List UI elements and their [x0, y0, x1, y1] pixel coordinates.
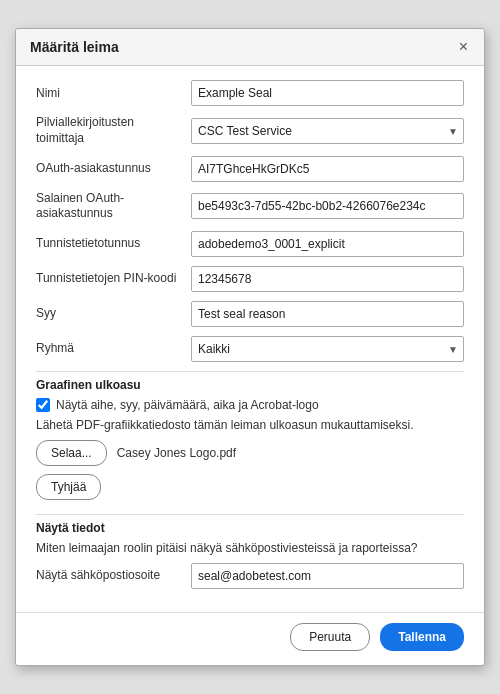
tunnus-label: Tunnistetietotunnus: [36, 236, 191, 252]
pin-row: Tunnistetietojen PIN-koodi: [36, 266, 464, 292]
cancel-button[interactable]: Peruuta: [290, 623, 370, 651]
pilvi-select[interactable]: CSC Test Service: [191, 118, 464, 144]
dialog-header: Määritä leima ×: [16, 29, 484, 66]
oauth-row: OAuth-asiakastunnus: [36, 156, 464, 182]
close-button[interactable]: ×: [457, 39, 470, 55]
pilvi-row: Pilviallekirjoitusten toimittaja CSC Tes…: [36, 115, 464, 146]
show-info-section-label: Näytä tiedot: [36, 521, 464, 535]
email-input[interactable]: [191, 563, 464, 589]
graphics-section-label: Graafinen ulkoasu: [36, 378, 464, 392]
dialog-title: Määritä leima: [30, 39, 119, 55]
secret-label: Salainen OAuth-asiakastunnus: [36, 191, 191, 222]
syy-row: Syy: [36, 301, 464, 327]
browse-button[interactable]: Selaa...: [36, 440, 107, 466]
nimi-label: Nimi: [36, 86, 191, 102]
pilvi-label: Pilviallekirjoitusten toimittaja: [36, 115, 191, 146]
save-button[interactable]: Tallenna: [380, 623, 464, 651]
email-row: Näytä sähköpostiosoite: [36, 563, 464, 589]
syy-input[interactable]: [191, 301, 464, 327]
divider-2: [36, 514, 464, 515]
divider-1: [36, 371, 464, 372]
ryhma-label: Ryhmä: [36, 341, 191, 357]
show-info-helper-text: Miten leimaajan roolin pitäisi näkyä säh…: [36, 541, 464, 555]
secret-input[interactable]: [191, 193, 464, 219]
syy-label: Syy: [36, 306, 191, 322]
oauth-input[interactable]: [191, 156, 464, 182]
tunnus-row: Tunnistetietotunnus: [36, 231, 464, 257]
clear-button[interactable]: Tyhjää: [36, 474, 101, 500]
pin-input[interactable]: [191, 266, 464, 292]
pilvi-select-wrapper: CSC Test Service ▼: [191, 118, 464, 144]
email-label: Näytä sähköpostiosoite: [36, 568, 191, 584]
define-seal-dialog: Määritä leima × Nimi Pilviallekirjoitust…: [15, 28, 485, 665]
nimi-input[interactable]: [191, 80, 464, 106]
file-name-label: Casey Jones Logo.pdf: [117, 446, 236, 460]
ryhma-select-wrapper: Kaikki ▼: [191, 336, 464, 362]
file-row: Selaa... Casey Jones Logo.pdf: [36, 440, 464, 466]
pin-label: Tunnistetietojen PIN-koodi: [36, 271, 191, 287]
checkbox-label: Näytä aihe, syy, päivämäärä, aika ja Acr…: [56, 398, 319, 412]
ryhma-select[interactable]: Kaikki: [191, 336, 464, 362]
graphics-helper-text: Lähetä PDF-grafiikkatiedosto tämän leima…: [36, 418, 464, 432]
checkbox-row: Näytä aihe, syy, päivämäärä, aika ja Acr…: [36, 398, 464, 412]
show-info-checkbox[interactable]: [36, 398, 50, 412]
dialog-footer: Peruuta Tallenna: [16, 612, 484, 665]
tunnus-input[interactable]: [191, 231, 464, 257]
secret-row: Salainen OAuth-asiakastunnus: [36, 191, 464, 222]
oauth-label: OAuth-asiakastunnus: [36, 161, 191, 177]
ryhma-row: Ryhmä Kaikki ▼: [36, 336, 464, 362]
nimi-row: Nimi: [36, 80, 464, 106]
dialog-body: Nimi Pilviallekirjoitusten toimittaja CS…: [16, 66, 484, 607]
